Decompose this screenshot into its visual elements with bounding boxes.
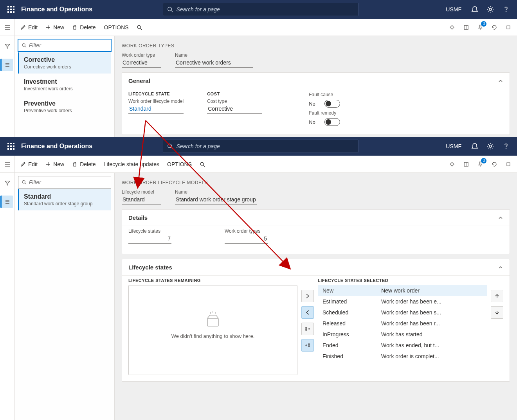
office-icon[interactable] — [459, 19, 473, 36]
field-label: Cost type — [207, 99, 262, 104]
svg-point-48 — [22, 180, 25, 183]
app-title: Finance and Operations — [21, 143, 92, 150]
list-item[interactable]: InvestmentInvestment work orders — [18, 74, 111, 95]
svg-rect-54 — [308, 346, 310, 347]
waffle-icon[interactable] — [3, 137, 19, 156]
order-buttons — [491, 278, 503, 375]
move-all-right-button[interactable] — [301, 323, 314, 335]
refresh-icon[interactable] — [487, 19, 501, 36]
delete-button[interactable]: Delete — [68, 21, 99, 34]
svg-line-35 — [171, 147, 173, 149]
state-row[interactable]: ScheduledWork order has been s... — [318, 307, 487, 318]
attach-icon[interactable] — [445, 19, 459, 36]
refresh-icon[interactable] — [487, 156, 501, 173]
pin-icon[interactable]: 0 — [473, 156, 487, 173]
move-left-button[interactable] — [301, 306, 314, 319]
popout-icon[interactable] — [501, 19, 515, 36]
empty-box-icon — [204, 311, 222, 329]
move-up-button[interactable] — [491, 290, 503, 302]
edit-button[interactable]: Edit — [16, 21, 41, 34]
bell-icon[interactable] — [467, 137, 483, 156]
lifecycle-model-field[interactable]: Standard — [122, 195, 161, 205]
edit-button[interactable]: Edit — [16, 158, 41, 171]
popout-icon[interactable] — [501, 156, 515, 173]
move-down-button[interactable] — [491, 306, 503, 319]
general-card: General LIFECYCLE STATE Work order lifec… — [122, 72, 510, 135]
options-button[interactable]: OPTIONS — [100, 21, 133, 34]
new-button[interactable]: New — [41, 21, 68, 34]
state-row[interactable]: ReleasedWork order has been r... — [318, 318, 487, 329]
state-row[interactable]: NewNew work order — [318, 285, 487, 296]
filter-box[interactable] — [18, 176, 111, 188]
search-box[interactable] — [163, 3, 358, 16]
help-icon[interactable] — [498, 0, 514, 19]
gear-icon[interactable] — [483, 0, 498, 19]
search-box[interactable] — [163, 140, 358, 153]
list-item[interactable]: CorrectiveCorrective work orders — [18, 52, 111, 74]
action-pane: Edit New Delete Lifecycle state updates … — [15, 156, 517, 172]
hamburger-icon[interactable] — [0, 156, 15, 172]
state-row[interactable]: EstimatedWork order has been e... — [318, 296, 487, 307]
name-field[interactable]: Corrective work orders — [175, 58, 253, 68]
chevron-up-icon — [498, 265, 503, 270]
svg-rect-1 — [10, 6, 12, 7]
lifecycle-states-header[interactable]: Lifecycle states — [122, 259, 510, 275]
lifecycle-updates-button[interactable]: Lifecycle state updates — [100, 158, 163, 171]
general-header[interactable]: General — [122, 73, 510, 89]
pin-icon[interactable]: 0 — [473, 19, 487, 36]
selected-panel: NewNew work orderEstimatedWork order has… — [318, 285, 487, 375]
list-rail-icon[interactable] — [0, 196, 13, 208]
search-icon — [22, 43, 27, 48]
svg-rect-28 — [7, 145, 9, 147]
delete-button[interactable]: Delete — [68, 158, 99, 171]
company-label[interactable]: USMF — [440, 6, 467, 13]
fault-cause-toggle[interactable] — [324, 100, 340, 108]
svg-rect-27 — [13, 143, 14, 144]
fault-remedy-toggle[interactable] — [324, 118, 340, 126]
move-right-button[interactable] — [301, 290, 314, 302]
gear-icon[interactable] — [483, 137, 498, 156]
filter-input[interactable] — [29, 42, 108, 48]
svg-rect-26 — [10, 143, 12, 144]
chevron-up-icon — [498, 78, 503, 84]
search-input[interactable] — [176, 143, 354, 149]
move-all-left-button[interactable] — [301, 339, 314, 352]
state-row[interactable]: InProgressWork has started — [318, 329, 487, 340]
waffle-icon[interactable] — [3, 0, 19, 19]
attach-icon[interactable] — [445, 156, 459, 173]
help-icon[interactable] — [498, 137, 514, 156]
svg-rect-32 — [10, 148, 12, 150]
office-icon[interactable] — [459, 156, 473, 173]
details-header[interactable]: Details — [122, 210, 510, 226]
company-label[interactable]: USMF — [440, 143, 467, 149]
new-button[interactable]: New — [41, 158, 68, 171]
lifecycle-model-field[interactable]: Standard — [128, 104, 184, 114]
state-row[interactable]: EndedWork has ended, but t... — [318, 340, 487, 351]
state-row[interactable]: FinishedWork order is complet... — [318, 351, 487, 362]
cost-type-field[interactable]: Corrective — [207, 104, 262, 114]
svg-rect-7 — [10, 11, 12, 13]
work-order-type-field[interactable]: Corrective — [122, 58, 161, 68]
filter-rail-icon[interactable] — [1, 40, 14, 52]
name-field[interactable]: Standard work order stage group — [175, 195, 257, 205]
field-label: Work order lifecycle model — [128, 99, 184, 104]
lifecycle-states-card: Lifecycle states LIFECYCLE STATES REMAIN… — [122, 259, 510, 382]
field-label: Fault remedy — [309, 110, 336, 116]
svg-point-37 — [506, 148, 506, 149]
field-label: Name — [175, 52, 253, 58]
find-button[interactable] — [133, 21, 146, 34]
options-button[interactable]: OPTIONS — [163, 158, 196, 171]
find-button[interactable] — [196, 158, 209, 171]
list-rail-icon[interactable] — [0, 59, 13, 71]
svg-point-11 — [489, 8, 492, 11]
field-label: Work order type — [122, 52, 161, 58]
filter-box[interactable] — [18, 39, 111, 52]
list-item[interactable]: PreventivePreventive work orders — [18, 96, 111, 117]
hamburger-icon[interactable] — [0, 19, 15, 36]
search-icon — [167, 6, 173, 13]
filter-rail-icon[interactable] — [1, 177, 14, 189]
bell-icon[interactable] — [467, 0, 483, 19]
filter-input[interactable] — [29, 179, 108, 185]
search-input[interactable] — [176, 6, 354, 13]
list-item[interactable]: StandardStandard work order stage group — [18, 189, 111, 210]
